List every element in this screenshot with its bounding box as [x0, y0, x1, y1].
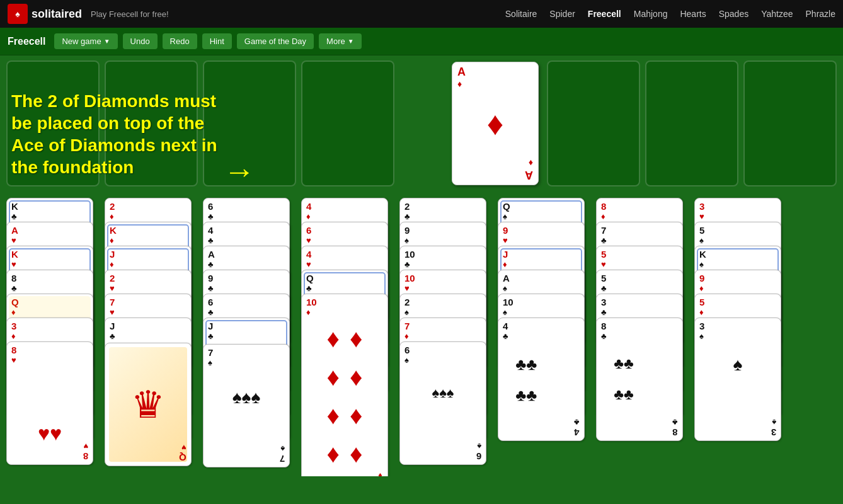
freecell-4[interactable] — [301, 60, 394, 186]
toolbar: Freecell New game ▼ Undo Redo Hint Game … — [0, 28, 843, 55]
foundation-2[interactable] — [547, 60, 640, 186]
foundation-1[interactable]: A♦ ♦ A♦ — [449, 60, 542, 186]
nav-hearts[interactable]: Hearts — [680, 9, 706, 19]
logo-icon: ♠ — [8, 4, 28, 24]
card-3-spades[interactable]: 3♠ ♠ 3♠ — [694, 318, 781, 441]
foundation-3[interactable] — [645, 60, 738, 186]
foundations: A♦ ♦ A♦ — [449, 60, 837, 186]
nav-solitaire[interactable]: Solitaire — [505, 9, 537, 19]
card-rank-top: A♦ — [457, 66, 466, 89]
column-7[interactable]: 8♦ ♦♦ ♦♦ 7♣ ♣♣♣ 5♥ ♥♥ 5♣ ♣♣ 3♣ ♣ 8♣ — [596, 198, 689, 476]
column-1[interactable]: K♣ ♣ A♥ K♥ 8♣ ♣ ♣ Q♦ 3♦ — [6, 198, 100, 476]
card-10-diamonds[interactable]: 10♦ ♦♦ ♦♦ ♦♦ ♦♦ ♦♦ 10♦ — [301, 294, 388, 476]
column-4[interactable]: 4♦ ♦♦ ♦♦ 6♥ ♥♥ ♥♥ 4♥ ♥♥ ♥♥ Q♣ 10♦ ♦♦ — [301, 198, 394, 476]
more-button[interactable]: More ▼ — [319, 33, 362, 49]
card-rank-bottom: A♦ — [525, 158, 533, 181]
card-8-clubs-c7[interactable]: 8♣ ♣♣ ♣♣ 8♣ — [596, 318, 683, 441]
nav-yahtzee[interactable]: Yahtzee — [761, 9, 793, 19]
card-4-clubs-c6[interactable]: 4♣ ♣♣ ♣♣ 4♣ — [498, 318, 585, 441]
card-q-hearts[interactable]: Q♥ ♛ Q♥ — [105, 343, 192, 466]
freecell-label: Freecell — [8, 36, 45, 47]
undo-button[interactable]: Undo — [123, 33, 158, 49]
card-center-suit: ♦ — [487, 105, 504, 142]
nav-phrazle[interactable]: Phrazle — [806, 9, 835, 19]
nav-freecell[interactable]: Freecell — [588, 9, 621, 19]
nav-spider[interactable]: Spider — [549, 9, 575, 19]
card-8-hearts[interactable]: 8♥ ♥♥ 8♥ — [6, 341, 93, 465]
nav-mahjong[interactable]: Mahjong — [634, 9, 668, 19]
nav-links: Solitaire Spider Freecell Mahjong Hearts… — [505, 9, 835, 19]
card-7-spades[interactable]: 7♠ ♠♠♠ 7♠ — [203, 344, 290, 467]
logo[interactable]: ♠ solitaired — [8, 4, 82, 24]
site-header: ♠ solitaired Play Freecell for free! Sol… — [0, 0, 843, 28]
column-3[interactable]: 6♣ ♣♣ ♣♣ 4♣ ♣♣ ♣♣ A♣ ♣ 9♣ ♣♣♣ 6♣ J♣ — [203, 198, 296, 476]
tagline: Play Freecell for free! — [91, 9, 169, 19]
new-game-dropdown-icon: ▼ — [104, 38, 110, 45]
game-of-day-button[interactable]: Game of the Day — [237, 33, 314, 49]
card-6-spades[interactable]: 6♠ ♠♠♠ 6♠ — [399, 341, 486, 465]
column-8[interactable]: 3♥ ♥ 5♠ ♠♠ K♠ 9♦ ♦♦♦ 5♦ ♦♦ 3♠ ♠ 3 — [694, 198, 788, 476]
nav-spades[interactable]: Spades — [719, 9, 748, 19]
column-2[interactable]: 2♦ ♦ K♦ J♦ 2♥ ♥ 7♥ ♥♥♥ J♣ — [105, 198, 198, 476]
ace-of-diamonds-card: A♦ ♦ A♦ — [452, 62, 539, 185]
hint-arrow: → — [224, 153, 255, 190]
hint-button[interactable]: Hint — [202, 33, 232, 49]
new-game-button[interactable]: New game ▼ — [54, 33, 117, 49]
more-dropdown-icon: ▼ — [348, 38, 354, 45]
game-area: A♦ ♦ A♦ The 2 of Diamonds must be placed… — [0, 55, 843, 476]
logo-text: solitaired — [32, 8, 82, 21]
foundation-4[interactable] — [743, 60, 837, 186]
column-5[interactable]: 2♣ ♣ 9♠ ♠♠♠ 10♣ ♣♣♣ 10♥ ♥♥♥ 2♠ ♠ 7♦ ♦♦♦ — [399, 198, 493, 476]
column-6[interactable]: Q♠ ♛ 9♥ ♥♥♥ J♦ A♠ ♠ 10♠ ♠♠♠ 4♣ ♣ — [498, 198, 591, 476]
hint-message: The 2 of Diamonds must be placed on top … — [11, 90, 219, 178]
redo-button[interactable]: Redo — [163, 33, 197, 49]
card-columns: K♣ ♣ A♥ K♥ 8♣ ♣ ♣ Q♦ 3♦ — [6, 198, 788, 476]
